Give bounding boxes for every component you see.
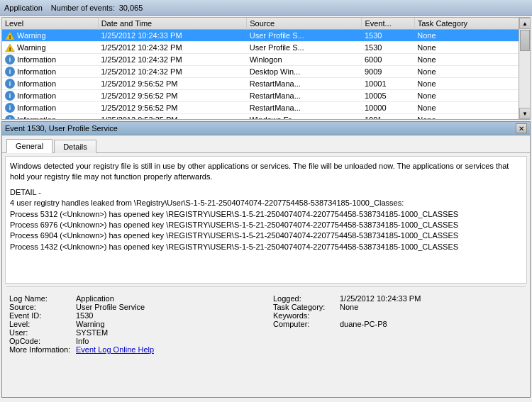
event-metadata: Log Name: Application Source: User Profi… [2,290,530,358]
cell-datetime: 1/25/2012 9:56:52 PM [98,102,247,114]
col-eventid: Event... [362,18,414,30]
warning-icon: ! [5,43,15,52]
cell-source: RestartMana... [247,90,362,102]
cell-eventid: 1530 [362,30,414,42]
event-log-online-help-link[interactable]: Event Log Online Help [76,345,154,354]
cell-datetime: 1/25/2012 10:24:32 PM [98,66,247,78]
cell-eventid: 1001 [362,114,414,121]
meta-opcode: OpCode: Info [9,337,259,345]
svg-text:!: ! [9,46,11,52]
cell-level: iInformation [2,66,98,78]
vertical-scrollbar[interactable]: ▲ ▼ [519,18,530,119]
table-row[interactable]: iInformation1/25/2012 9:53:35 PMWindows … [2,114,530,121]
table-header-row: Level Date and Time Source Event... Task… [2,18,530,30]
user-label: User: [9,328,73,337]
opcode-value: Info [76,337,89,345]
cell-eventid: 6000 [362,54,414,66]
meta-logname: Log Name: Application [9,294,259,303]
col-source: Source [247,18,362,30]
computer-value: duane-PC-P8 [340,320,387,328]
cell-datetime: 1/25/2012 9:56:52 PM [98,78,247,90]
tabs-bar: General Details [2,135,530,153]
cell-level: iInformation [2,78,98,90]
cell-eventid: 9009 [362,66,414,78]
cell-category: None [414,90,529,102]
info-icon: i [5,55,15,65]
scroll-down-btn[interactable]: ▼ [519,108,531,119]
meta-computer: Computer: duane-PC-P8 [273,320,523,328]
cell-eventid: 10005 [362,90,414,102]
keywords-label: Keywords: [273,311,337,320]
tab-details[interactable]: Details [54,140,96,153]
cell-category: None [414,42,529,54]
info-icon: i [5,91,15,101]
cell-source: User Profile S... [247,42,362,54]
meta-task-category: Task Category: None [273,303,523,311]
cell-datetime: 1/25/2012 10:24:32 PM [98,42,247,54]
scroll-track [519,29,530,108]
task-category-label: Task Category: [273,303,337,311]
detail-title: Event 1530, User Profile Service [5,124,118,133]
level-value: Warning [76,320,105,328]
table-row[interactable]: iInformation1/25/2012 10:24:32 PMDesktop… [2,66,530,78]
user-value: SYSTEM [76,328,108,337]
source-label: Source: [9,303,73,311]
task-category-value: None [340,303,358,311]
tab-general[interactable]: General [6,139,52,153]
title-bar: Application Number of events: 30,065 [0,0,532,16]
info-icon: i [5,103,15,113]
scroll-thumb[interactable] [520,30,530,51]
more-info-label: More Information: [9,345,73,354]
meta-more-info: More Information: Event Log Online Help [9,345,259,354]
table-row[interactable]: !Warning1/25/2012 10:24:32 PMUser Profil… [2,42,530,54]
info-icon: i [5,67,15,77]
logged-value: 1/25/2012 10:24:33 PM [340,294,421,303]
meta-logged: Logged: 1/25/2012 10:24:33 PM [273,294,523,303]
meta-keywords: Keywords: [273,311,523,320]
computer-label: Computer: [273,320,337,328]
log-name-label: Log Name: [9,294,73,303]
cell-category: None [414,102,529,114]
cell-datetime: 1/25/2012 9:53:35 PM [98,114,247,121]
col-category: Task Category [414,18,529,30]
app-name: Application [4,4,43,12]
event-count-label: Number of events: [51,4,115,12]
cell-category: None [414,114,529,121]
cell-datetime: 1/25/2012 10:24:33 PM [98,30,247,42]
event-id-value: 1530 [76,311,93,320]
cell-category: None [414,66,529,78]
close-button[interactable]: ✕ [516,123,527,133]
event-message: Windows detected your registry file is s… [10,161,522,252]
col-datetime: Date and Time [98,18,247,30]
event-detail-panel: Event 1530, User Profile Service ✕ Gener… [1,121,531,398]
cell-category: None [414,30,529,42]
cell-datetime: 1/25/2012 10:24:32 PM [98,54,247,66]
table-row[interactable]: iInformation1/25/2012 10:24:32 PMWinlogo… [2,54,530,66]
event-count: 30,065 [119,4,143,12]
meta-right: Logged: 1/25/2012 10:24:33 PM Task Categ… [273,294,523,354]
scroll-up-btn[interactable]: ▲ [519,18,531,29]
event-log-table-container: Level Date and Time Source Event... Task… [1,17,531,120]
logged-label: Logged: [273,294,337,303]
cell-level: !Warning [2,42,98,54]
event-detail-block: DETAIL - 4 user registry handles leaked … [10,187,522,252]
cell-source: RestartMana... [247,102,362,114]
cell-source: Desktop Win... [247,66,362,78]
source-value: User Profile Service [76,303,145,311]
log-name-value: Application [76,294,114,303]
meta-eventid: Event ID: 1530 [9,311,259,320]
cell-datetime: 1/25/2012 9:56:52 PM [98,90,247,102]
table-row[interactable]: !Warning1/25/2012 10:24:33 PMUser Profil… [2,30,530,42]
table-row[interactable]: iInformation1/25/2012 9:56:52 PMRestartM… [2,78,530,90]
cell-eventid: 10000 [362,102,414,114]
level-label: Level: [9,320,73,328]
detail-title-bar: Event 1530, User Profile Service ✕ [2,122,530,135]
cell-category: None [414,78,529,90]
cell-level: iInformation [2,102,98,114]
info-icon: i [5,79,15,89]
cell-level: !Warning [2,30,98,42]
cell-eventid: 10001 [362,78,414,90]
table-row[interactable]: iInformation1/25/2012 9:56:52 PMRestartM… [2,90,530,102]
opcode-label: OpCode: [9,337,73,345]
table-row[interactable]: iInformation1/25/2012 9:56:52 PMRestartM… [2,102,530,114]
